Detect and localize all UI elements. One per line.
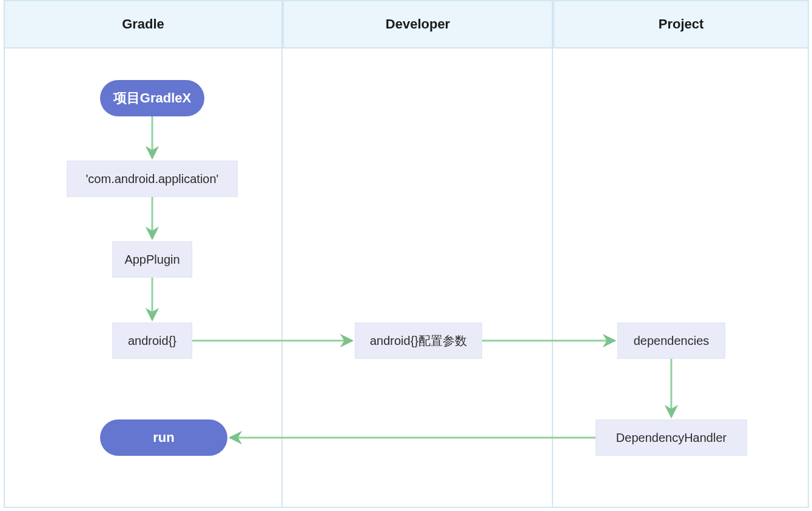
node-start: 项目GradleX xyxy=(100,80,204,116)
node-app-plugin: AppPlugin xyxy=(112,241,192,278)
lane-header-developer: Developer xyxy=(283,0,553,48)
node-android-block: android{} xyxy=(112,322,192,359)
node-android-config: android{}配置参数 xyxy=(355,322,482,359)
lane-body-developer xyxy=(283,48,553,508)
swimlane-diagram: Gradle Developer Project 项目GradleX 'com.… xyxy=(0,0,812,511)
lane-header-gradle: Gradle xyxy=(4,0,283,48)
node-dependencies: dependencies xyxy=(617,322,725,359)
node-dep-handler: DependencyHandler xyxy=(596,419,747,456)
lane-header-project: Project xyxy=(553,0,809,48)
node-run: run xyxy=(100,419,227,456)
node-plugin-id: 'com.android.application' xyxy=(67,161,238,197)
